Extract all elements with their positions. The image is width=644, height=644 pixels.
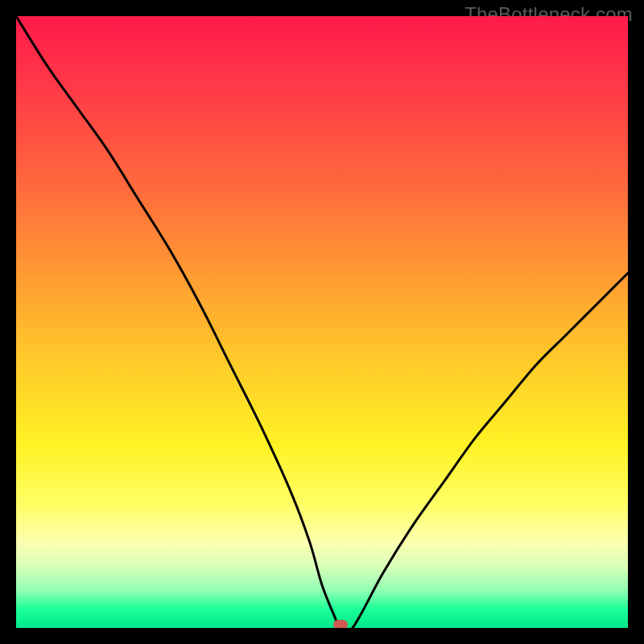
bottleneck-curve [16, 16, 628, 628]
minimum-marker [333, 620, 348, 628]
plot-area [16, 16, 628, 628]
chart-frame: TheBottleneck.com [0, 0, 644, 644]
